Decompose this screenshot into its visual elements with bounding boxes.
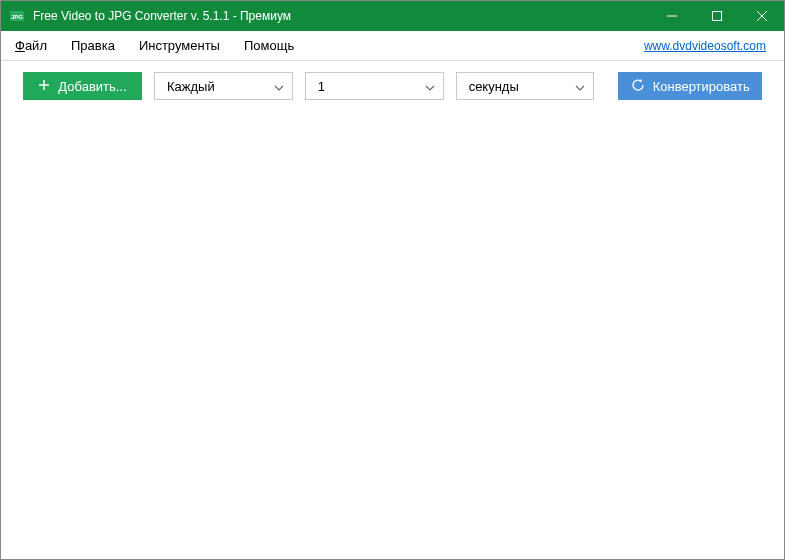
convert-button[interactable]: Конвертировать — [618, 72, 762, 100]
menu-edit[interactable]: Правка — [59, 34, 127, 57]
chevron-down-icon — [274, 79, 284, 94]
combo-number-value: 1 — [318, 79, 325, 94]
chevron-down-icon — [425, 79, 435, 94]
combo-every[interactable]: Каждый — [154, 72, 293, 100]
website-link[interactable]: www.dvdvideosoft.com — [644, 39, 774, 53]
svg-rect-3 — [712, 12, 721, 21]
menu-tools[interactable]: Инструменты — [127, 34, 232, 57]
convert-button-label: Конвертировать — [653, 79, 750, 94]
svg-text:JPG: JPG — [11, 14, 23, 20]
combo-unit-value: секунды — [469, 79, 519, 94]
minimize-button[interactable] — [649, 1, 694, 31]
window-controls — [649, 1, 784, 31]
combo-every-value: Каждый — [167, 79, 215, 94]
menu-file[interactable]: Файл — [11, 34, 59, 57]
close-button[interactable] — [739, 1, 784, 31]
combo-unit[interactable]: секунды — [456, 72, 595, 100]
titlebar: JPG Free Video to JPG Converter v. 5.1.1… — [1, 1, 784, 31]
menu-file-rest: айл — [25, 38, 47, 53]
app-icon: JPG — [9, 8, 25, 24]
window-title: Free Video to JPG Converter v. 5.1.1 - П… — [33, 9, 649, 23]
toolbar: Добавить... Каждый 1 секунды Конвертиров… — [1, 61, 784, 111]
add-button-label: Добавить... — [58, 79, 126, 94]
refresh-icon — [631, 78, 645, 95]
combo-number[interactable]: 1 — [305, 72, 444, 100]
maximize-button[interactable] — [694, 1, 739, 31]
menu-help[interactable]: Помощь — [232, 34, 306, 57]
content-area — [1, 111, 784, 559]
add-button[interactable]: Добавить... — [23, 72, 142, 100]
chevron-down-icon — [575, 79, 585, 94]
menubar: Файл Правка Инструменты Помощь www.dvdvi… — [1, 31, 784, 61]
menu-file-underline: Ф — [15, 38, 25, 53]
plus-icon — [38, 78, 50, 94]
